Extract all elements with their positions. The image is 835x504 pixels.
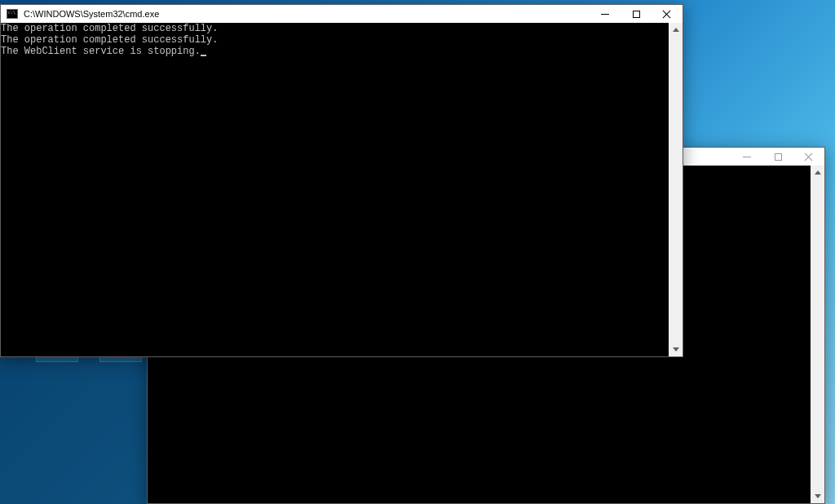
scroll-up-button[interactable] [811,166,824,179]
chevron-down-icon [673,347,679,351]
minimize-icon [601,14,609,15]
chevron-up-icon [673,28,679,32]
close-icon [804,152,814,161]
minimize-button[interactable] [731,148,762,166]
title-text: C:\WINDOWS\System32\cmd.exe [22,9,590,19]
console-line: The operation completed successfully. [1,23,218,34]
close-icon [662,9,672,19]
window-controls [590,5,683,23]
close-button[interactable] [793,148,824,166]
cursor [201,55,206,56]
vertical-scrollbar[interactable] [811,166,824,503]
chevron-down-icon [815,494,821,498]
scroll-up-button[interactable] [669,23,683,37]
chevron-up-icon [815,170,821,175]
maximize-icon [775,153,782,161]
cmd-icon [6,7,19,20]
close-button[interactable] [652,5,683,23]
maximize-button[interactable] [621,5,652,23]
maximize-button[interactable] [762,148,793,166]
vertical-scrollbar[interactable] [669,23,683,356]
console-output: The operation completed successfully.The… [1,23,218,57]
maximize-icon [633,11,640,18]
scroll-down-button[interactable] [811,489,824,503]
scroll-down-button[interactable] [669,343,683,356]
minimize-button[interactable] [590,5,621,23]
titlebar[interactable]: C:\WINDOWS\System32\cmd.exe [1,5,683,23]
console-line: The WebClient service is stopping. [1,46,218,57]
console-line: The operation completed successfully. [1,34,218,46]
console-body[interactable]: The operation completed successfully.The… [1,23,683,356]
minimize-icon [743,157,751,157]
window-controls [731,148,824,166]
cmd-window[interactable]: C:\WINDOWS\System32\cmd.exe The operatio… [0,4,683,357]
